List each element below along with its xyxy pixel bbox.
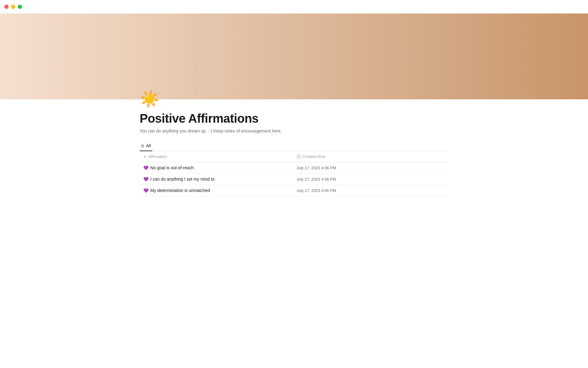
column-affirmation-label: Affirmation (148, 154, 167, 159)
heart-icon-1: 💜 (143, 165, 149, 170)
table-row[interactable]: 💜 No goal is out-of-reach July 17, 2023 … (140, 162, 448, 174)
titlebar (0, 0, 588, 13)
page-icon: ☀️ (140, 91, 448, 107)
extra-cell-1 (360, 162, 448, 174)
tabs-row: ⊞ All (140, 141, 448, 151)
table-row[interactable]: 💜 My determination is unmatched July 17,… (140, 185, 448, 196)
table-header-row: ✦ Affirmation 🕐 Created time (140, 151, 448, 162)
table-header: ✦ Affirmation 🕐 Created time (140, 151, 448, 162)
extra-cell-2 (360, 174, 448, 185)
close-button[interactable] (4, 5, 9, 9)
page-description: You can do anything you dream up. :-) Ke… (140, 128, 448, 133)
page-content: ☀️ Positive Affirmations You can do anyt… (110, 91, 478, 196)
table-icon: ⊞ (141, 144, 144, 148)
hero-banner (0, 13, 588, 99)
column-header-affirmation: ✦ Affirmation (140, 151, 293, 162)
affirmation-text-1: No goal is out-of-reach (150, 165, 194, 170)
created-time-cell-3: July 17, 2023 4:06 PM (293, 185, 360, 196)
affirmation-text-2: I can do anything I set my mind to (150, 177, 214, 182)
table-body: 💜 No goal is out-of-reach July 17, 2023 … (140, 162, 448, 196)
created-time-cell-1: July 17, 2023 4:06 PM (293, 162, 360, 174)
tab-all-label: All (146, 143, 151, 148)
heart-icon-2: 💜 (143, 177, 149, 182)
tab-all[interactable]: ⊞ All (140, 141, 152, 151)
column-header-extra (360, 151, 448, 162)
clock-icon: 🕐 (296, 155, 301, 159)
created-time-cell-2: July 17, 2023 4:06 PM (293, 174, 360, 185)
affirmation-text-3: My determination is unmatched (150, 188, 210, 193)
affirmation-cell-2: 💜 I can do anything I set my mind to (140, 174, 293, 185)
affirmation-cell-3: 💜 My determination is unmatched (140, 185, 293, 196)
affirmation-cell-1: 💜 No goal is out-of-reach (140, 162, 293, 174)
sparkle-icon: ✦ (143, 155, 146, 159)
affirmations-table: ✦ Affirmation 🕐 Created time 💜 (140, 151, 448, 196)
column-header-created-time: 🕐 Created time (293, 151, 360, 162)
heart-icon-3: 💜 (143, 188, 149, 193)
column-created-time-label: Created time (303, 154, 325, 159)
minimize-button[interactable] (11, 5, 15, 9)
extra-cell-3 (360, 185, 448, 196)
maximize-button[interactable] (18, 5, 22, 9)
page-title: Positive Affirmations (140, 112, 448, 125)
table-row[interactable]: 💜 I can do anything I set my mind to Jul… (140, 174, 448, 185)
